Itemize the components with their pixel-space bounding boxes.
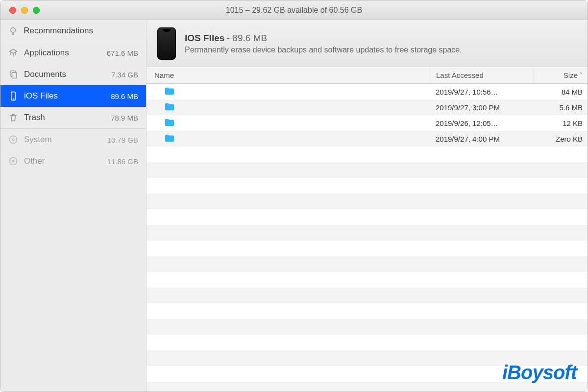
file-size: 5.6 MB [534,103,588,112]
empty-row [147,382,588,392]
category-subtitle: Permanently erase device backups and sof… [185,46,462,54]
empty-row [147,366,588,382]
sidebar-item-trash[interactable]: Trash 78.9 MB [0,107,146,128]
file-last-accessed: 2019/9/27, 4:00 PM [431,135,534,143]
empty-row [147,288,588,303]
sidebar-item-size: 89.6 MB [99,92,138,100]
table-row[interactable]: 2019/9/26, 12:05… 12 KB [147,115,588,131]
storage-management-window: 1015 – 29.62 GB available of 60.56 GB Re… [0,0,588,392]
folder-icon [164,87,175,97]
empty-row [147,162,588,178]
category-header: iOS Files - 89.6 MB Permanently erase de… [147,20,588,67]
sidebar-item-label: System [24,135,93,145]
empty-row [147,272,588,288]
file-last-accessed: 2019/9/26, 12:05… [431,119,534,127]
column-header-size[interactable]: Size ˅ [534,67,588,83]
empty-row [147,335,588,350]
empty-row [147,194,588,209]
svg-point-6 [12,139,14,140]
empty-row [147,209,588,225]
file-list[interactable]: 2019/9/27, 10:56… 84 MB 2019/9/27, 3:00 … [147,84,588,392]
file-last-accessed: 2019/9/27, 10:56… [431,88,534,96]
sidebar-item-label: Documents [24,70,93,79]
sidebar: Recommendations Applications 671.6 MB Do… [0,20,147,392]
table-row[interactable]: 2019/9/27, 4:00 PM Zero KB [147,131,588,147]
chevron-down-icon: ˅ [580,72,583,78]
folder-icon [164,102,175,113]
file-size: 12 KB [534,119,588,127]
titlebar: 1015 – 29.62 GB available of 60.56 GB [0,0,588,20]
sidebar-item-size: 7.34 GB [99,71,138,79]
disc-icon [8,135,18,145]
file-size: Zero KB [534,135,588,143]
disc-icon [8,156,18,166]
file-size: 84 MB [534,88,588,96]
folder-icon [164,134,175,144]
category-title: iOS Files [185,33,224,43]
sidebar-item-documents[interactable]: Documents 7.34 GB [0,64,146,85]
file-last-accessed: 2019/9/27, 3:00 PM [431,103,534,112]
sidebar-item-size: 10.79 GB [99,136,138,144]
main-pane: iOS Files - 89.6 MB Permanently erase de… [147,20,588,392]
empty-row [147,256,588,272]
apps-icon [8,48,18,58]
sidebar-item-size: 671.6 MB [99,49,138,57]
sidebar-item-size: 78.9 MB [99,114,138,122]
empty-row [147,303,588,319]
sidebar-item-label: iOS Files [24,91,93,101]
svg-point-8 [12,160,14,162]
sidebar-item-label: Other [24,156,93,166]
column-header-name[interactable]: Name [147,67,431,83]
documents-icon [8,70,18,79]
svg-rect-2 [12,73,17,78]
category-size: - 89.6 MB [227,33,267,43]
sidebar-item-applications[interactable]: Applications 671.6 MB [0,42,146,64]
table-header: Name Last Accessed Size ˅ [147,67,588,84]
sidebar-item-size: 11.86 GB [99,157,138,166]
sidebar-item-label: Trash [24,113,93,122]
svg-point-7 [10,158,17,165]
svg-point-5 [10,136,17,144]
folder-icon [164,118,175,128]
table-row[interactable]: 2019/9/27, 3:00 PM 5.6 MB [147,99,588,115]
sidebar-item-recommendations[interactable]: Recommendations [0,20,146,42]
sidebar-item-label: Recommendations [24,26,93,36]
sidebar-item-ios-files[interactable]: iOS Files 89.6 MB [0,85,146,107]
sidebar-item-label: Applications [24,48,93,58]
empty-row [147,241,588,256]
empty-row [147,225,588,241]
empty-row [147,319,588,335]
empty-row [147,178,588,194]
sidebar-item-other[interactable]: Other 11.86 GB [0,150,146,172]
column-header-last-accessed[interactable]: Last Accessed [431,67,534,83]
empty-row [147,350,588,366]
window-title: 1015 – 29.62 GB available of 60.56 GB [0,6,588,15]
lightbulb-icon [8,26,18,36]
sidebar-item-system[interactable]: System 10.79 GB [0,129,146,150]
empty-row [147,147,588,162]
category-header-text: iOS Files - 89.6 MB Permanently erase de… [185,33,462,54]
svg-point-0 [11,28,16,33]
trash-icon [8,113,18,122]
table-row[interactable]: 2019/9/27, 10:56… 84 MB [147,84,588,99]
phone-icon [8,91,18,101]
device-thumbnail [157,27,176,60]
